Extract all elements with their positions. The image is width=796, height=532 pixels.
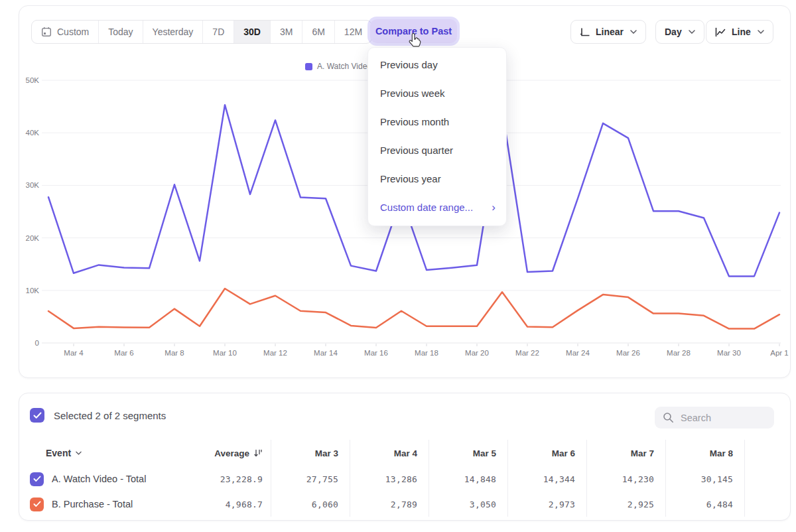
cell-value: 6,060: [271, 492, 350, 517]
table-row-watch-video[interactable]: A. Watch Video - Total 23,228.9 27,755 1…: [19, 466, 791, 492]
svg-text:Mar 14: Mar 14: [314, 349, 338, 357]
svg-text:40K: 40K: [26, 129, 40, 137]
date-column-header: Mar 7: [586, 440, 665, 466]
chevron-down-icon: [76, 451, 82, 455]
row-checkbox[interactable]: [30, 498, 44, 511]
cell-value: 13,286: [350, 466, 429, 492]
segments-header: Selected 2 of 2 segments: [19, 393, 790, 436]
cell-value: 14,344: [507, 466, 586, 492]
svg-text:Mar 6: Mar 6: [114, 349, 133, 357]
cell-value: 3,050: [429, 492, 507, 517]
date-column-header: Mar 3: [271, 440, 350, 466]
svg-text:Mar 26: Mar 26: [616, 349, 640, 357]
select-all-checkbox[interactable]: [30, 408, 44, 423]
date-column-header: Mar 6: [507, 440, 586, 466]
search-input[interactable]: [681, 413, 760, 423]
cell-value: 30,145: [665, 466, 744, 492]
cell-value: 27,755: [271, 466, 350, 492]
search-box: [655, 407, 774, 429]
check-icon: [33, 501, 41, 507]
cell-value-clipped: 15,: [744, 466, 791, 492]
svg-text:Mar 28: Mar 28: [667, 349, 691, 357]
svg-text:Mar 16: Mar 16: [364, 349, 388, 357]
average-value: 4,968.7: [178, 499, 271, 509]
table-header-row: Event Average Mar 3 Mar 4 Mar 5 Mar 6 Ma…: [19, 440, 791, 466]
segments-card: Selected 2 of 2 segments Event Average M…: [19, 393, 791, 521]
legend-swatch: [305, 63, 312, 70]
row-checkbox[interactable]: [30, 472, 44, 486]
cell-value-clipped: 3,: [744, 492, 791, 517]
svg-text:0: 0: [35, 339, 39, 347]
cell-value: 2,973: [507, 492, 586, 517]
svg-text:Mar 22: Mar 22: [515, 349, 539, 357]
svg-text:Mar 24: Mar 24: [566, 349, 590, 357]
menu-item-custom-date-range[interactable]: Custom date range... ›: [368, 193, 506, 222]
segments-table: Event Average Mar 3 Mar 4 Mar 5 Mar 6 Ma…: [19, 440, 791, 517]
svg-text:10K: 10K: [26, 287, 40, 295]
cell-value: 6,484: [665, 492, 744, 517]
date-column-header: Mar 5: [429, 440, 507, 466]
menu-item-previous-quarter[interactable]: Previous quarter: [368, 136, 506, 165]
svg-text:Mar 30: Mar 30: [717, 349, 741, 357]
svg-text:20K: 20K: [26, 234, 40, 242]
selected-segments-label: Selected 2 of 2 segments: [54, 410, 166, 421]
cell-value: 2,789: [350, 492, 429, 517]
cell-value: 14,230: [586, 466, 665, 492]
svg-text:Mar 12: Mar 12: [263, 349, 287, 357]
svg-text:Mar 20: Mar 20: [465, 349, 489, 357]
table-row-purchase[interactable]: B. Purchase - Total 4,968.7 6,060 2,789 …: [19, 492, 791, 517]
date-column-header-clipped: M: [744, 440, 791, 466]
menu-item-previous-month[interactable]: Previous month: [368, 107, 506, 136]
sort-descending-icon: [253, 448, 263, 458]
cell-value: 14,848: [429, 466, 507, 492]
cell-value: 2,925: [586, 492, 665, 517]
svg-text:Mar 4: Mar 4: [64, 349, 84, 357]
menu-item-previous-week[interactable]: Previous week: [368, 79, 506, 107]
svg-text:Mar 8: Mar 8: [165, 349, 184, 357]
row-label: B. Purchase - Total: [52, 499, 133, 509]
check-icon: [33, 476, 41, 482]
svg-text:Mar 10: Mar 10: [213, 349, 237, 357]
compare-to-past-button[interactable]: Compare to Past: [370, 19, 457, 43]
menu-item-previous-year[interactable]: Previous year: [368, 165, 506, 193]
chart-card: Custom Today Yesterday 7D 30D 3M 6M 12M …: [19, 5, 791, 378]
date-column-header: Mar 4: [350, 440, 429, 466]
svg-text:Mar 18: Mar 18: [415, 349, 438, 357]
date-column-header: Mar 8: [665, 440, 744, 466]
average-column-header[interactable]: Average: [178, 448, 271, 458]
svg-text:50K: 50K: [26, 76, 40, 84]
event-column-header[interactable]: Event: [19, 448, 178, 458]
submenu-arrow-icon: ›: [492, 202, 496, 213]
compare-menu: Previous day Previous week Previous mont…: [367, 47, 507, 226]
svg-text:30K: 30K: [26, 181, 40, 189]
svg-text:Apr 1: Apr 1: [770, 349, 789, 357]
search-icon: [663, 412, 674, 423]
menu-item-previous-day[interactable]: Previous day: [368, 50, 506, 79]
row-label: A. Watch Video - Total: [52, 474, 146, 484]
average-value: 23,228.9: [178, 474, 271, 484]
check-icon: [33, 412, 42, 419]
